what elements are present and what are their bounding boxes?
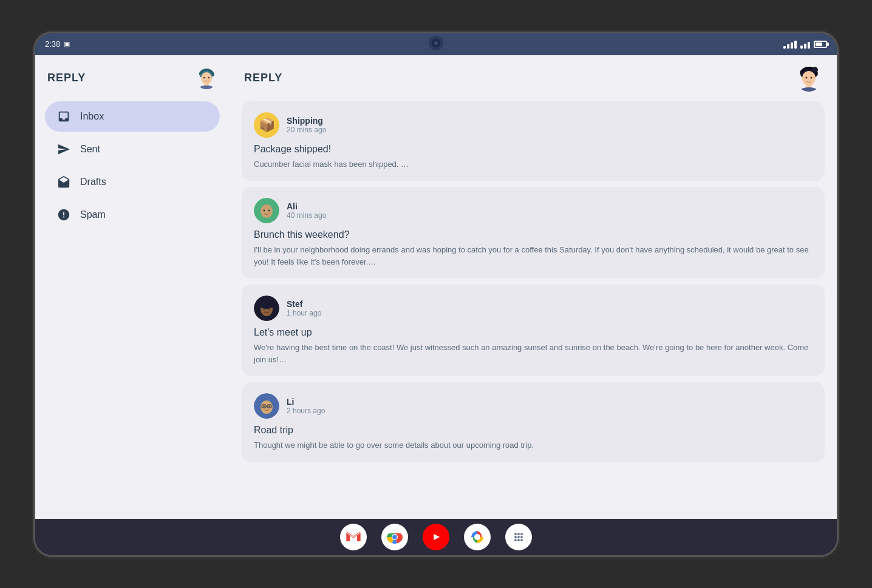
svg-point-33 [392, 535, 397, 539]
battery-icon [814, 41, 827, 48]
msg-time-li: 2 hours ago [287, 407, 325, 415]
svg-point-8 [802, 71, 816, 86]
message-header-shipping: 📦 Shipping 20 mins ago [254, 112, 812, 138]
msg-time-shipping: 20 mins ago [287, 126, 326, 134]
spam-icon [57, 208, 70, 221]
msg-meta-ali: Ali 40 mins ago [287, 201, 326, 220]
apps-grid-icon[interactable] [505, 524, 532, 550]
main-title: REPLY [244, 72, 282, 84]
svg-point-15 [264, 210, 265, 212]
stef-avatar [254, 296, 279, 321]
message-card-stef[interactable]: Stef 1 hour ago Let's meet up We're havi… [242, 285, 825, 376]
svg-point-46 [517, 539, 520, 541]
svg-point-20 [264, 308, 265, 310]
msg-sender-ali: Ali [287, 201, 326, 211]
sent-icon [57, 143, 70, 156]
wifi-icon [783, 40, 797, 49]
msg-meta-stef: Stef 1 hour ago [287, 299, 321, 317]
signal-icon [800, 40, 810, 49]
photos-app-icon[interactable] [464, 524, 491, 550]
status-bar: 2:38 ▣ [35, 33, 837, 55]
shipping-avatar: 📦 [254, 112, 279, 138]
spam-label: Spam [80, 209, 106, 220]
message-list: 📦 Shipping 20 mins ago Package shipped! … [242, 101, 825, 462]
message-card-ali[interactable]: Ali 40 mins ago Brunch this weekend? I'l… [242, 187, 825, 279]
message-header-li: Li 2 hours ago [254, 393, 812, 419]
svg-point-21 [268, 308, 270, 310]
svg-point-2 [203, 76, 205, 78]
status-icons [783, 40, 827, 49]
svg-point-39 [514, 533, 517, 535]
svg-point-45 [514, 539, 517, 541]
drafts-label: Drafts [80, 177, 106, 188]
li-avatar [254, 393, 279, 419]
svg-point-40 [517, 533, 520, 535]
camera-notch [429, 36, 443, 50]
msg-subject-ali: Brunch this weekend? [254, 229, 812, 240]
sidebar-user-avatar[interactable] [196, 67, 217, 89]
msg-subject-li: Road trip [254, 425, 812, 436]
svg-point-47 [520, 539, 523, 541]
sidebar-item-drafts[interactable]: Drafts [45, 167, 220, 197]
nav-items: Inbox Sent [45, 101, 220, 230]
msg-subject-shipping: Package shipped! [254, 144, 812, 155]
msg-time-ali: 40 mins ago [287, 211, 326, 220]
tablet-frame: 2:38 ▣ [35, 33, 837, 555]
main-header: REPLY [242, 65, 825, 92]
main-user-avatar[interactable] [795, 65, 822, 92]
msg-preview-li: Thought we might be able to go over some… [254, 439, 812, 451]
svg-point-3 [208, 76, 209, 78]
gmail-app-icon[interactable] [340, 524, 367, 550]
svg-point-16 [268, 210, 270, 212]
msg-preview-stef: We're having the best time on the coast!… [254, 342, 812, 365]
main-avatar-svg [795, 65, 822, 92]
sim-icon: ▣ [64, 40, 70, 48]
inbox-icon [57, 110, 70, 123]
main-content: REPLY [230, 55, 837, 519]
message-header-ali: Ali 40 mins ago [254, 198, 812, 223]
svg-point-43 [517, 536, 520, 538]
msg-preview-shipping: Cucumber facial mask has been shipped. … [254, 158, 812, 171]
msg-sender-stef: Stef [287, 299, 321, 309]
message-card-shipping[interactable]: 📦 Shipping 20 mins ago Package shipped! … [242, 101, 825, 181]
sidebar: REPLY [35, 55, 230, 519]
ali-avatar [254, 198, 279, 223]
sidebar-item-spam[interactable]: Spam [45, 200, 220, 230]
svg-point-5 [199, 85, 213, 89]
sent-label: Sent [80, 144, 100, 155]
svg-point-27 [263, 405, 264, 407]
status-time: 2:38 [45, 39, 60, 49]
drafts-icon [57, 175, 70, 189]
svg-point-12 [800, 87, 817, 92]
svg-point-41 [520, 533, 523, 535]
sidebar-item-sent[interactable]: Sent [45, 134, 220, 164]
sidebar-header: REPLY [45, 67, 220, 89]
bottom-app-bar [35, 519, 837, 555]
svg-point-9 [806, 76, 808, 78]
chrome-app-icon[interactable] [381, 524, 408, 550]
svg-point-28 [268, 405, 270, 407]
svg-point-14 [261, 204, 273, 218]
msg-subject-stef: Let's meet up [254, 327, 812, 338]
inbox-label: Inbox [80, 111, 104, 122]
msg-sender-li: Li [287, 397, 325, 407]
app-container: REPLY [35, 55, 837, 519]
msg-meta-shipping: Shipping 20 mins ago [287, 116, 326, 134]
svg-point-44 [520, 536, 523, 538]
message-card-li[interactable]: Li 2 hours ago Road trip Thought we migh… [242, 382, 825, 462]
sidebar-item-inbox[interactable]: Inbox [45, 101, 220, 132]
msg-meta-li: Li 2 hours ago [287, 397, 325, 415]
sidebar-avatar-svg [196, 67, 217, 89]
message-header-stef: Stef 1 hour ago [254, 296, 812, 321]
svg-point-42 [514, 536, 517, 538]
msg-time-stef: 1 hour ago [287, 309, 321, 317]
svg-point-7 [812, 67, 818, 73]
sidebar-title: REPLY [47, 72, 86, 84]
youtube-app-icon[interactable] [423, 524, 449, 550]
msg-preview-ali: I'll be in your neighborhood doing erran… [254, 244, 812, 268]
svg-point-1 [201, 72, 212, 84]
msg-sender-shipping: Shipping [287, 116, 326, 126]
svg-point-10 [811, 76, 812, 78]
svg-point-37 [474, 534, 480, 540]
svg-point-19 [259, 299, 274, 309]
